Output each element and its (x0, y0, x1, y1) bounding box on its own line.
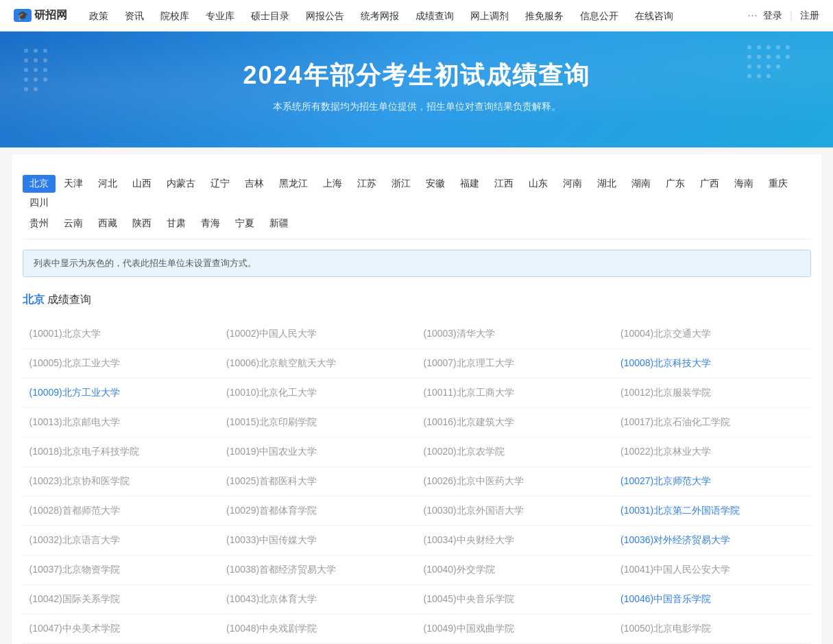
region-贵州[interactable]: 贵州 (23, 215, 56, 232)
hero-title: 2024年部分考生初试成绩查询 (14, 59, 819, 93)
university-cell[interactable]: (10036)对外经济贸易大学 (614, 526, 811, 556)
uni-link-10027[interactable]: (10027)北京师范大学 (620, 475, 711, 486)
region-湖北[interactable]: 湖北 (590, 175, 623, 193)
navbar: 🎓 研招网 政策资讯院校库专业库硕士目录网报公告统考网报成绩查询网上调剂推免服务… (0, 0, 833, 32)
region-甘肃[interactable]: 甘肃 (160, 215, 193, 232)
university-cell[interactable]: (10027)北京师范大学 (614, 467, 811, 497)
nav-item-10[interactable]: 信息公开 (572, 0, 627, 32)
university-cell: (10004)北京交通大学 (614, 320, 811, 349)
nav-item-5[interactable]: 网报公告 (298, 0, 352, 32)
university-cell: (10001)北京大学 (23, 320, 220, 349)
nav-link-1[interactable]: 资讯 (117, 0, 152, 32)
nav-link-2[interactable]: 院校库 (152, 0, 197, 32)
uni-link-10009[interactable]: (10009)北方工业大学 (29, 387, 120, 398)
nav-link-10[interactable]: 信息公开 (572, 0, 627, 32)
section-title: 北京 成绩查询 (23, 287, 811, 313)
table-row: (10023)北京协和医学院(10025)首都医科大学(10026)北京中医药大… (23, 467, 811, 497)
region-山西[interactable]: 山西 (125, 175, 158, 193)
region-青海[interactable]: 青海 (194, 215, 227, 232)
university-cell: (10022)北京林业大学 (614, 438, 811, 467)
region-福建[interactable]: 福建 (453, 175, 486, 193)
table-row: (10009)北方工业大学(10010)北京化工大学(10011)北京工商大学(… (23, 379, 811, 408)
university-cell[interactable]: (10031)北京第二外国语学院 (614, 497, 811, 526)
university-cell: (10016)北京建筑大学 (417, 408, 614, 438)
region-海南[interactable]: 海南 (727, 175, 760, 193)
table-row: (10005)北京工业大学(10006)北京航空航天大学(10007)北京理工大… (23, 349, 811, 379)
university-cell: (10010)北京化工大学 (219, 379, 417, 408)
university-cell: (10050)北京电影学院 (614, 615, 811, 644)
region-广西[interactable]: 广西 (693, 175, 726, 193)
notice-bar: 列表中显示为灰色的，代表此招生单位未设置查询方式。 (23, 250, 811, 277)
uni-link-10046[interactable]: (10046)中国音乐学院 (620, 593, 711, 604)
nav-item-1[interactable]: 资讯 (117, 0, 152, 32)
region-天津[interactable]: 天津 (57, 175, 90, 193)
region-内蒙古[interactable]: 内蒙古 (160, 175, 202, 193)
nav-item-0[interactable]: 政策 (81, 0, 117, 32)
university-cell[interactable]: (10009)北方工业大学 (23, 379, 220, 408)
region-江苏[interactable]: 江苏 (350, 175, 383, 193)
university-cell: (10042)国际关系学院 (23, 585, 220, 615)
section-region: 北京 (23, 294, 45, 305)
region-河北[interactable]: 河北 (91, 175, 124, 193)
region-陕西[interactable]: 陕西 (125, 215, 158, 232)
region-安徽[interactable]: 安徽 (419, 175, 452, 193)
more-nav-button[interactable]: ··· (742, 8, 763, 23)
table-row: (10013)北京邮电大学(10015)北京印刷学院(10016)北京建筑大学(… (23, 408, 811, 438)
region-西藏[interactable]: 西藏 (91, 215, 124, 232)
university-cell: (10002)中国人民大学 (219, 320, 417, 349)
svg-point-15 (757, 45, 761, 49)
region-四川[interactable]: 四川 (23, 194, 56, 212)
table-row: (10018)北京电子科技学院(10019)中国农业大学(10020)北京农学院… (23, 438, 811, 467)
table-row: (10037)北京物资学院(10038)首都经济贸易大学(10040)外交学院(… (23, 556, 811, 585)
nav-item-2[interactable]: 院校库 (152, 0, 197, 32)
nav-item-11[interactable]: 在线咨询 (627, 0, 681, 32)
region-北京[interactable]: 北京 (23, 175, 56, 193)
uni-link-10031[interactable]: (10031)北京第二外国语学院 (620, 505, 740, 516)
uni-link-10008[interactable]: (10008)北京科技大学 (620, 357, 711, 368)
region-黑龙江[interactable]: 黑龙江 (272, 175, 315, 193)
nav-item-7[interactable]: 成绩查询 (407, 0, 462, 32)
nav-link-3[interactable]: 专业库 (197, 0, 243, 32)
region-row-2: 贵州云南西藏陕西甘肃青海宁夏新疆 (23, 215, 811, 232)
nav-item-4[interactable]: 硕士目录 (243, 0, 298, 32)
nav-item-8[interactable]: 网上调剂 (462, 0, 517, 32)
university-cell[interactable]: (10046)中国音乐学院 (614, 585, 811, 615)
nav-link-5[interactable]: 网报公告 (298, 0, 352, 32)
nav-link-8[interactable]: 网上调剂 (462, 0, 517, 32)
nav-item-9[interactable]: 推免服务 (517, 0, 572, 32)
region-辽宁[interactable]: 辽宁 (204, 175, 237, 193)
region-宁夏[interactable]: 宁夏 (228, 215, 261, 232)
nav-link-9[interactable]: 推免服务 (517, 0, 572, 32)
uni-link-10036[interactable]: (10036)对外经济贸易大学 (620, 534, 730, 545)
region-广东[interactable]: 广东 (659, 175, 692, 193)
university-cell: (10026)北京中医药大学 (417, 467, 614, 497)
university-cell: (10033)中国传媒大学 (219, 526, 417, 556)
region-河南[interactable]: 河南 (556, 175, 589, 193)
nav-link-11[interactable]: 在线咨询 (627, 0, 681, 32)
svg-point-1 (34, 49, 38, 53)
region-新疆[interactable]: 新疆 (263, 215, 295, 232)
site-logo[interactable]: 🎓 研招网 (14, 8, 67, 23)
register-link[interactable]: 注册 (800, 10, 819, 22)
nav-link-4[interactable]: 硕士目录 (243, 0, 298, 32)
auth-divider: ｜ (786, 10, 796, 22)
region-山东[interactable]: 山东 (522, 175, 555, 193)
nav-item-6[interactable]: 统考网报 (352, 0, 407, 32)
table-row: (10042)国际关系学院(10043)北京体育大学(10045)中央音乐学院(… (23, 585, 811, 615)
nav-link-6[interactable]: 统考网报 (352, 0, 407, 32)
university-cell[interactable]: (10008)北京科技大学 (614, 349, 811, 379)
region-江西[interactable]: 江西 (487, 175, 520, 193)
nav-link-7[interactable]: 成绩查询 (407, 0, 462, 32)
region-吉林[interactable]: 吉林 (238, 175, 271, 193)
region-浙江[interactable]: 浙江 (385, 175, 418, 193)
login-link[interactable]: 登录 (763, 10, 782, 22)
university-cell: (10043)北京体育大学 (219, 585, 417, 615)
region-湖南[interactable]: 湖南 (625, 175, 657, 193)
svg-point-14 (747, 45, 751, 49)
nav-item-3[interactable]: 专业库 (197, 0, 243, 32)
region-重庆[interactable]: 重庆 (762, 175, 795, 193)
main-content: 北京天津河北山西内蒙古辽宁吉林黑龙江上海江苏浙江安徽福建江西山东河南湖北湖南广东… (12, 154, 821, 644)
region-云南[interactable]: 云南 (57, 215, 90, 232)
region-上海[interactable]: 上海 (316, 175, 349, 193)
nav-link-0[interactable]: 政策 (81, 0, 117, 32)
